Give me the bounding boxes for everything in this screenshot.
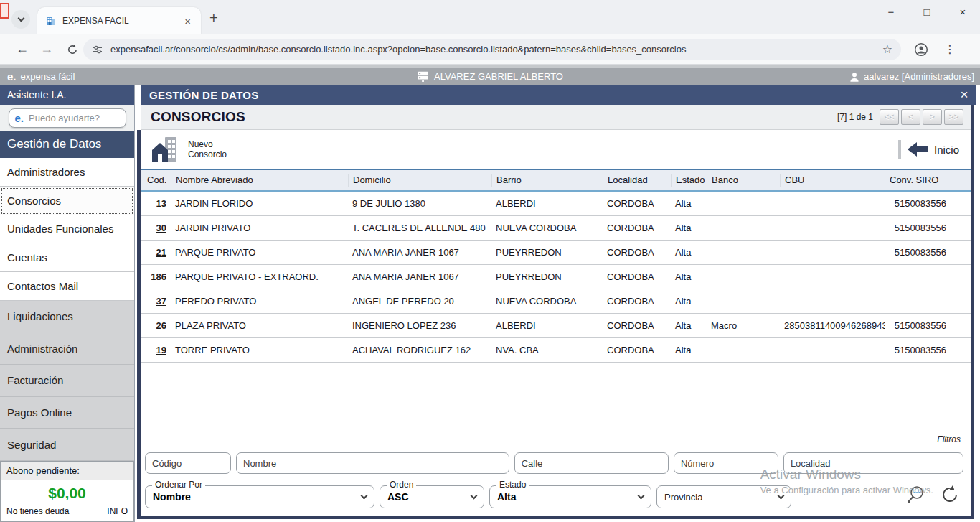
page-title: CONSORCIOS	[151, 109, 837, 125]
row-code-link[interactable]: 186	[151, 271, 166, 282]
pagination-last-button[interactable]: >>	[944, 109, 963, 125]
cell-domicilio: 9 DE JULIO 1380	[348, 198, 491, 209]
cell-domicilio: ACHAVAL RODRIGUEZ 162	[348, 345, 491, 355]
sidebar-item-facturacion[interactable]: Facturación	[0, 365, 134, 397]
billing-amount: $0,00	[1, 480, 133, 505]
cell-estado: Alta	[671, 198, 707, 209]
menu-kebab-icon[interactable]: ⋮	[944, 42, 956, 56]
sidebar-item-contactos-mail[interactable]: Contactos Mail	[0, 272, 134, 301]
screen: EXPENSA FACIL × + − □ × ← → expensafacil…	[0, 0, 980, 522]
estado-select[interactable]: Estado Alta	[489, 485, 651, 508]
browser-tab-strip: EXPENSA FACIL × + − □ ×	[0, 0, 980, 34]
row-code-link[interactable]: 13	[156, 198, 166, 209]
pagination-first-button[interactable]: <<	[880, 109, 899, 125]
site-settings-icon[interactable]	[92, 44, 103, 55]
billing-info-link[interactable]: INFO	[107, 506, 128, 516]
inicio-button[interactable]: Inicio	[898, 140, 959, 159]
title-row: CONSORCIOS [7] 1 de 1 << < > >>	[141, 105, 971, 130]
cell-barrio: ALBERDI	[491, 320, 603, 331]
col-nombre-abreviado: Nombre Abreviado	[171, 174, 348, 187]
table-body: 13 JARDIN FLORIDO 9 DE JULIO 1380 ALBERD…	[141, 192, 971, 363]
orden-value: ASC	[387, 491, 471, 503]
sidebar: Asistente I.A. e. Puedo ayudarte? Gestió…	[0, 85, 135, 522]
orden-select[interactable]: Orden ASC	[380, 485, 484, 508]
cell-localidad: CORDOBA	[603, 271, 671, 282]
new-tab-button[interactable]: +	[209, 10, 218, 27]
cell-domicilio: ANA MARIA JANER 1067	[348, 247, 491, 258]
sidebar-item-liquidaciones[interactable]: Liquidaciones	[0, 301, 134, 333]
cell-nombre: JARDIN PRIVATO	[171, 223, 348, 233]
assistant-header: Asistente I.A.	[0, 85, 134, 105]
module-close-icon[interactable]: ×	[961, 87, 969, 103]
forward-button[interactable]: →	[34, 42, 59, 57]
ordenar-por-label: Ordenar Por	[152, 480, 205, 490]
new-button-line1: Nuevo	[188, 139, 227, 149]
provincia-select[interactable]: Provincia	[656, 485, 791, 508]
row-code-link[interactable]: 19	[156, 345, 166, 355]
table-row: 19 TORRE PRIVATO ACHAVAL RODRIGUEZ 162 N…	[141, 338, 971, 363]
new-consorcio-button[interactable]: Nuevo Consorcio	[151, 136, 227, 163]
assistant-input[interactable]: e. Puedo ayudarte?	[9, 108, 126, 128]
sidebar-item-administradores[interactable]: Administradores	[0, 158, 134, 187]
browser-tab[interactable]: EXPENSA FACIL ×	[37, 7, 201, 34]
filters-label: Filtros	[145, 433, 963, 447]
ordenar-por-select[interactable]: Ordenar Por Nombre	[145, 485, 374, 508]
background-window-fragment	[0, 3, 9, 19]
module-title: GESTIÓN DE DATOS	[149, 89, 259, 101]
window-minimize-button[interactable]: −	[884, 6, 898, 18]
sidebar-item-cuentas[interactable]: Cuentas	[0, 243, 134, 272]
cell-nombre: TORRE PRIVATO	[171, 345, 348, 355]
window-close-button[interactable]: ×	[956, 6, 970, 18]
pagination-next-button[interactable]: >	[923, 109, 942, 125]
brand-logo: e.	[7, 70, 17, 83]
window-maximize-button[interactable]: □	[920, 6, 934, 18]
url-text: expensafacil.ar/consorcio/cs/admin/base.…	[110, 44, 877, 55]
col-cbu: CBU	[780, 174, 885, 187]
sidebar-item-seguridad[interactable]: Seguridad	[0, 429, 134, 461]
new-consorcio-building-icon	[151, 136, 182, 163]
cell-barrio: PUEYRREDON	[491, 271, 603, 282]
filter-localidad-input[interactable]	[783, 452, 963, 474]
sidebar-item-administracion[interactable]: Administración	[0, 332, 134, 365]
reload-button[interactable]	[66, 43, 79, 56]
back-button[interactable]: ←	[10, 42, 34, 57]
user-icon	[849, 71, 860, 83]
content-panel: CONSORCIOS [7] 1 de 1 << < > >> Nuevo	[141, 105, 974, 519]
col-banco: Banco	[707, 174, 780, 187]
col-localidad: Localidad	[603, 174, 671, 187]
estado-value: Alta	[497, 491, 639, 503]
table-header: Cod. Nombre Abreviado Domicilio Barrio L…	[141, 170, 971, 192]
row-code-link[interactable]: 30	[156, 223, 166, 233]
provincia-value: Provincia	[664, 492, 778, 503]
url-bar[interactable]: expensafacil.ar/consorcio/cs/admin/base.…	[83, 39, 901, 60]
filter-calle-input[interactable]	[514, 452, 669, 474]
table-row: 21 PARQUE PRIVATO ANA MARIA JANER 1067 P…	[141, 241, 971, 265]
filter-nombre-input[interactable]	[236, 452, 509, 474]
col-cod: Cod.	[141, 174, 171, 187]
bookmark-star-icon[interactable]: ☆	[882, 42, 892, 56]
search-icon[interactable]	[905, 484, 926, 505]
cell-nombre: JARDIN FLORIDO	[171, 198, 348, 209]
cell-barrio: NUEVA CORDOBA	[491, 223, 603, 233]
sidebar-item-unidades-funcionales[interactable]: Unidades Funcionales	[0, 215, 134, 244]
cell-domicilio: T. CACERES DE ALLENDE 480	[348, 223, 491, 233]
filter-numero-input[interactable]	[674, 452, 778, 474]
tab-close-icon[interactable]: ×	[182, 14, 194, 28]
back-arrow-icon	[907, 141, 928, 158]
brand-name: expensa fácil	[21, 71, 75, 82]
row-code-link[interactable]: 21	[156, 247, 166, 258]
pagination-prev-button[interactable]: <	[901, 109, 920, 125]
tab-search-button[interactable]	[11, 10, 30, 29]
row-code-link[interactable]: 37	[156, 296, 166, 307]
cell-barrio: NUEVA CORDOBA	[491, 296, 603, 307]
sidebar-item-pagos-online[interactable]: Pagos Online	[0, 397, 134, 429]
ordenar-por-value: Nombre	[153, 491, 362, 503]
profile-icon[interactable]	[914, 42, 928, 57]
cell-estado: Alta	[671, 320, 707, 331]
filter-codigo-input[interactable]	[145, 452, 231, 474]
sidebar-item-consorcios[interactable]: Consorcios	[0, 187, 134, 215]
chevron-down-icon	[471, 493, 478, 500]
refresh-icon[interactable]	[939, 484, 961, 505]
cell-conv-siro: 5150083556	[885, 320, 951, 331]
row-code-link[interactable]: 26	[156, 320, 166, 331]
